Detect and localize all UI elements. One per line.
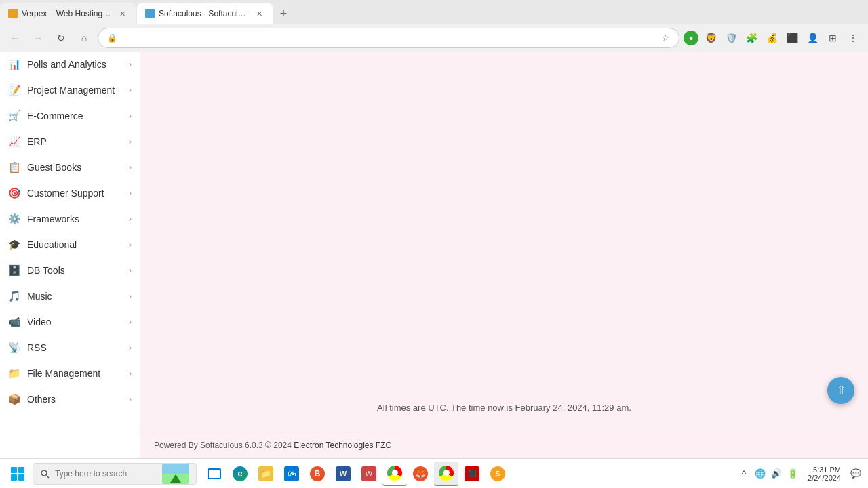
clock-time: 5:31 PM <box>813 466 841 474</box>
home-button[interactable]: ⌂ <box>75 28 94 47</box>
taskbar-brave[interactable]: B <box>305 462 330 486</box>
tray-notifications[interactable]: 💬 <box>849 467 863 481</box>
sidebar-item-support[interactable]: 🎯 Customer Support › <box>0 180 140 206</box>
taskbar-explorer[interactable]: 📁 <box>254 462 278 486</box>
sidebar-item-polls[interactable]: 📊 Polls and Analytics › <box>0 52 140 77</box>
sidebar-item-project[interactable]: 📝 Project Management › <box>0 77 140 103</box>
sidebar-label-dbtools: DB Tools <box>27 265 65 276</box>
sidebar-item-others[interactable]: 📦 Others › <box>0 386 140 412</box>
wallet-icon[interactable]: 💰 <box>762 28 781 47</box>
sidebar-item-erp[interactable]: 📈 ERP › <box>0 129 140 155</box>
filemanagement-icon: 📁 <box>8 367 20 380</box>
powered-by-text: Powered By Softaculous 6.0.3 © 2024 <box>154 441 292 450</box>
clock-date: 2/24/2024 <box>808 474 841 482</box>
sidebar-label-guestbooks: Guest Books <box>27 162 81 173</box>
sidebar-label-ecommerce: E-Commerce <box>27 110 83 121</box>
video-icon: 📹 <box>8 316 20 328</box>
tray-expand[interactable]: ^ <box>737 467 751 481</box>
forward-button[interactable]: → <box>28 28 47 47</box>
tab-softaculous[interactable]: Softaculous - Softaculous - Wo... ✕ <box>137 3 273 24</box>
address-bar: 🔒 s843.fra7.mysecurecloudhost.com:2083/c… <box>98 28 679 48</box>
video-arrow: › <box>129 317 132 327</box>
erp-icon: 📈 <box>8 136 20 148</box>
dbtools-arrow: › <box>129 266 132 275</box>
toolbar-icons: ● 🦁 🛡️ 🧩 💰 ⬛ 👤 ⊞ ⋮ <box>684 28 863 47</box>
others-arrow: › <box>129 394 132 404</box>
tab-close-softaculous[interactable]: ✕ <box>254 8 264 19</box>
sidebar-label-support: Customer Support <box>27 188 104 199</box>
taskbar-terminal[interactable]: ⬛ <box>460 462 484 486</box>
back-button[interactable]: ← <box>5 28 24 47</box>
project-icon: 📝 <box>8 84 20 96</box>
menu-icon[interactable]: ⋮ <box>844 28 863 47</box>
sidebar-label-others: Others <box>27 394 56 405</box>
bookmark-icon[interactable]: ☆ <box>660 33 671 43</box>
sidebar-label-frameworks: Frameworks <box>27 214 79 224</box>
dbtools-icon: 🗄️ <box>8 264 20 277</box>
content-body <box>140 52 868 389</box>
others-icon: 📦 <box>8 393 20 405</box>
sidebar-item-filemanagement[interactable]: 📁 File Management › <box>0 361 140 386</box>
search-icon <box>40 469 50 479</box>
taskbar-search-bar[interactable] <box>33 463 197 485</box>
system-clock[interactable]: 5:31 PM 2/24/2024 <box>805 466 844 482</box>
system-tray: ^ 🌐 🔊 🔋 <box>737 467 800 481</box>
browser-chrome: Verpex – Web Hosting - Gold ( ✕ Softacul… <box>0 0 868 52</box>
tab-bar: Verpex – Web Hosting - Gold ( ✕ Softacul… <box>0 0 868 24</box>
sidebar-item-video[interactable]: 📹 Video › <box>0 309 140 335</box>
extension2-icon[interactable]: ⬛ <box>783 28 802 47</box>
sidebar-item-music[interactable]: 🎵 Music › <box>0 283 140 309</box>
extension1-icon[interactable]: 🧩 <box>742 28 761 47</box>
tab-close-verpex[interactable]: ✕ <box>117 8 127 19</box>
taskbar-task-view[interactable] <box>202 462 226 486</box>
tab-title-verpex: Verpex – Web Hosting - Gold ( <box>22 9 113 18</box>
tray-network[interactable]: 🌐 <box>753 467 767 481</box>
taskbar-chrome2[interactable] <box>434 462 458 486</box>
taskbar-suns[interactable]: S <box>486 462 510 486</box>
taskbar-word[interactable]: W <box>331 462 355 486</box>
taskbar-search-decoration <box>162 464 189 484</box>
sidebar-label-educational: Educational <box>27 239 77 250</box>
sidebar-toggle-icon[interactable]: ⊞ <box>823 28 842 47</box>
taskbar-edge[interactable]: e <box>228 462 252 486</box>
scroll-top-button[interactable]: ⇧ <box>827 377 854 404</box>
frameworks-icon: ⚙️ <box>8 213 20 225</box>
taskbar-chrome[interactable] <box>382 462 407 486</box>
start-button[interactable] <box>5 462 30 486</box>
brave-icon[interactable]: 🦁 <box>701 28 720 47</box>
url-input[interactable]: s843.fra7.mysecurecloudhost.com:2083/cps… <box>123 34 654 42</box>
company-link[interactable]: Electron Technologies FZC <box>294 441 391 450</box>
ecommerce-icon: 🛒 <box>8 110 20 122</box>
tray-battery[interactable]: 🔋 <box>786 467 800 481</box>
tab-favicon-verpex <box>8 9 18 18</box>
sidebar-item-guestbooks[interactable]: 📋 Guest Books › <box>0 155 140 180</box>
tray-volume[interactable]: 🔊 <box>770 467 783 481</box>
extensions-icon[interactable]: ● <box>684 30 698 45</box>
sidebar: 📊 Polls and Analytics › 📝 Project Manage… <box>0 52 140 458</box>
sidebar-item-dbtools[interactable]: 🗄️ DB Tools › <box>0 258 140 283</box>
sidebar-label-filemanagement: File Management <box>27 368 100 379</box>
taskbar-firefox[interactable]: 🦊 <box>408 462 433 486</box>
sidebar-item-educational[interactable]: 🎓 Educational › <box>0 232 140 258</box>
ecommerce-arrow: › <box>129 111 132 121</box>
sidebar-item-frameworks[interactable]: ⚙️ Frameworks › <box>0 206 140 232</box>
new-tab-button[interactable]: + <box>274 4 293 23</box>
support-icon: 🎯 <box>8 187 20 199</box>
refresh-button[interactable]: ↻ <box>52 28 71 47</box>
tab-verpex[interactable]: Verpex – Web Hosting - Gold ( ✕ <box>0 3 136 24</box>
taskbar-store[interactable]: 🛍 <box>279 462 304 486</box>
lock-icon: 🔒 <box>106 33 117 43</box>
polls-icon: 📊 <box>8 58 20 70</box>
sidebar-item-ecommerce[interactable]: 🛒 E-Commerce › <box>0 103 140 129</box>
sidebar-item-rss[interactable]: 📡 RSS › <box>0 335 140 361</box>
windows-logo <box>11 467 24 481</box>
music-arrow: › <box>129 291 132 301</box>
content-area: All times are UTC. The time now is Febru… <box>140 52 868 458</box>
erp-arrow: › <box>129 137 132 146</box>
sidebar-label-erp: ERP <box>27 136 47 147</box>
taskbar-wordpad[interactable]: W <box>357 462 381 486</box>
profile-icon[interactable]: 👤 <box>803 28 822 47</box>
taskbar-search-input[interactable] <box>55 469 157 479</box>
svg-point-0 <box>41 470 47 476</box>
shield-icon[interactable]: 🛡️ <box>722 28 741 47</box>
